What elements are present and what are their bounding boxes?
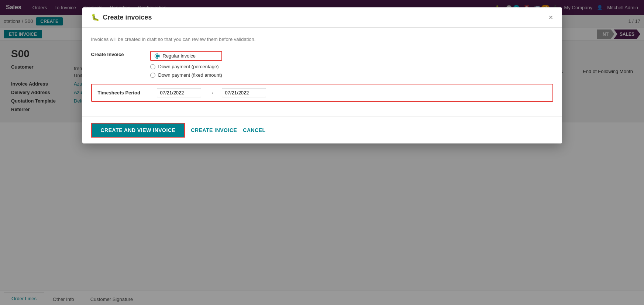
radio-down-payment-pct[interactable]: Down payment (percentage) — [150, 64, 222, 69]
modal-footer: CREATE AND VIEW INVOICE CREATE INVOICE C… — [82, 117, 562, 143]
modal-title: Create invoices — [103, 14, 152, 21]
modal-body: Invoices will be created in draft so tha… — [82, 28, 562, 117]
radio-down-pct-input[interactable] — [150, 64, 155, 69]
invoice-type-options: Regular invoice Down payment (percentage… — [150, 51, 222, 78]
radio-down-fixed-label: Down payment (fixed amount) — [158, 72, 222, 78]
timesheets-start-date[interactable] — [157, 88, 201, 97]
timesheets-period-row: Timesheets Period → — [91, 84, 553, 102]
radio-regular-invoice-input[interactable] — [155, 53, 160, 59]
create-and-view-invoice-button[interactable]: CREATE AND VIEW INVOICE — [91, 123, 185, 138]
radio-regular-invoice-label: Regular invoice — [163, 53, 196, 59]
modal-overlay: 🐛 Create invoices × Invoices will be cre… — [0, 0, 644, 305]
timesheets-end-date[interactable] — [222, 88, 266, 97]
radio-down-payment-fixed[interactable]: Down payment (fixed amount) — [150, 72, 222, 78]
radio-down-fixed-input[interactable] — [150, 73, 155, 78]
create-invoice-form-row: Create Invoice Regular invoice Down paym… — [91, 51, 553, 78]
create-invoice-label: Create Invoice — [91, 51, 150, 57]
create-invoices-modal: 🐛 Create invoices × Invoices will be cre… — [82, 7, 562, 143]
modal-subtitle: Invoices will be created in draft so tha… — [91, 37, 553, 42]
radio-regular-invoice[interactable]: Regular invoice — [150, 51, 222, 61]
create-invoice-button[interactable]: CREATE INVOICE — [191, 127, 237, 133]
radio-down-pct-label: Down payment (percentage) — [158, 64, 219, 69]
timesheets-period-label: Timesheets Period — [98, 90, 149, 96]
modal-bug-icon: 🐛 — [91, 13, 99, 21]
date-arrow-icon: → — [209, 90, 214, 96]
cancel-button[interactable]: CANCEL — [243, 127, 265, 133]
modal-close-button[interactable]: × — [549, 14, 553, 21]
page-background: Sales Orders To Invoice Products Reporti… — [0, 0, 644, 305]
modal-header: 🐛 Create invoices × — [82, 7, 562, 28]
